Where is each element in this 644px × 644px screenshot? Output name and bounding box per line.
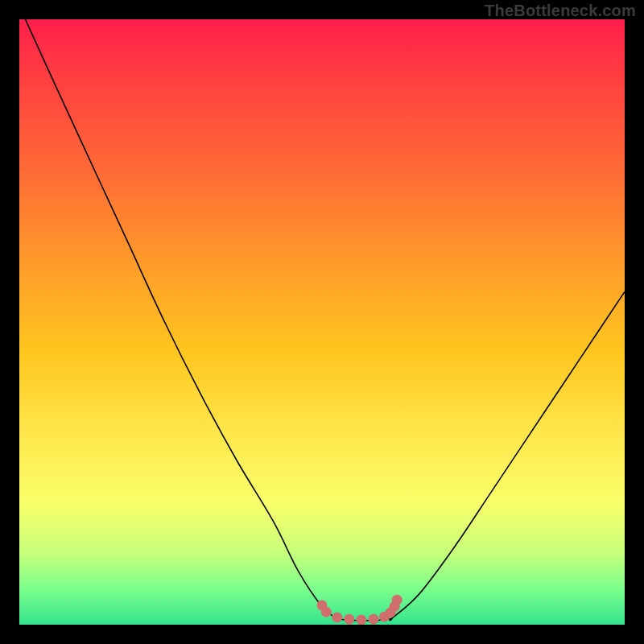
- curve-path: [26, 19, 625, 621]
- bottleneck-curve: [19, 19, 625, 625]
- chart-frame: TheBottleneck.com: [0, 0, 644, 644]
- marker-dot: [344, 614, 354, 625]
- marker-dot: [392, 595, 402, 605]
- plot-area: [19, 19, 625, 625]
- marker-dot: [356, 615, 366, 625]
- marker-dot: [332, 613, 342, 623]
- watermark-text: TheBottleneck.com: [485, 2, 636, 20]
- marker-dot: [368, 614, 378, 625]
- marker-dot: [321, 607, 332, 617]
